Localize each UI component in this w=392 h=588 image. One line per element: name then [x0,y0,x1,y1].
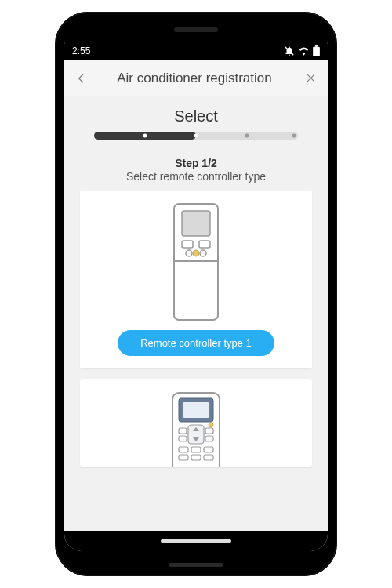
option-card-1: Remote controller type 1 [80,191,312,368]
notifications-off-icon [284,45,295,56]
phone-speaker [174,27,218,32]
wifi-icon [298,46,310,56]
status-icons [284,45,320,56]
page-title: Air conditioner registration [88,71,301,86]
remote-type-1-icon [89,203,303,321]
step-header: Step 1/2 Select remote controller type [64,157,328,183]
progress-dot-2 [194,134,198,138]
select-header: Select [64,96,328,147]
progress-dot-3 [245,134,249,138]
progress-bar [94,132,298,140]
svg-point-11 [193,250,199,256]
options-list: Remote controller type 1 [64,191,328,467]
progress-dot-1 [143,134,147,138]
screen: 2:55 Air conditioner registration [64,42,328,551]
home-indicator[interactable] [161,539,231,543]
content-area: Select Step 1/2 Select remote controller… [64,96,328,531]
battery-icon [313,45,320,56]
select-type-1-button[interactable]: Remote controller type 1 [118,330,274,356]
svg-point-29 [209,423,213,427]
status-time: 2:55 [72,45,90,56]
chevron-left-icon [75,72,88,85]
system-nav-bar [64,531,328,551]
close-button[interactable] [301,69,320,88]
svg-rect-2 [315,45,318,47]
status-bar: 2:55 [64,42,328,60]
option-card-2 [80,379,312,467]
svg-rect-7 [182,211,210,236]
svg-rect-15 [183,402,209,418]
progress-dot-4 [292,134,296,138]
step-label: Step 1/2 [64,157,328,169]
select-title: Select [82,107,310,125]
phone-chin-indicator [169,563,223,567]
phone-frame: 2:55 Air conditioner registration [55,12,337,576]
app-bar: Air conditioner registration [64,60,328,96]
remote-type-2-icon [89,392,303,467]
svg-rect-1 [313,47,320,56]
step-subtitle: Select remote controller type [64,170,328,183]
close-icon [305,72,317,84]
